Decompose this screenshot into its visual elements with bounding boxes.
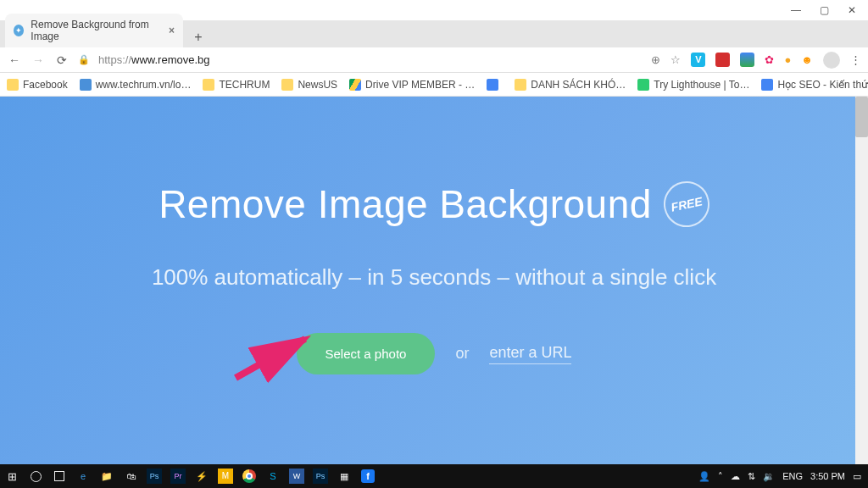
folder-icon [203, 79, 214, 91]
language-indicator[interactable]: ENG [782, 471, 803, 481]
free-badge: FREE [659, 177, 714, 231]
key-icon [515, 79, 526, 91]
lighthouse-icon [637, 79, 649, 91]
hero-subtitle: 100% automatically – in 5 seconds – with… [152, 264, 716, 291]
ext-vimeo-icon[interactable]: V [691, 53, 705, 67]
premiere-icon[interactable]: Pr [166, 464, 190, 488]
bookmarks-bar: Facebook www.techrum.vn/lo… TECHRUM News… [0, 73, 868, 97]
scrollbar[interactable] [855, 97, 868, 464]
gdrive-icon [349, 79, 361, 91]
browser-tab[interactable]: ✦ Remove Background from Image × [5, 14, 183, 47]
folder-icon [7, 79, 19, 91]
photoshop-icon[interactable]: Ps [142, 464, 166, 488]
scroll-thumb[interactable] [855, 97, 868, 137]
cortana-button[interactable] [24, 464, 47, 488]
ext-flower-icon[interactable]: ✿ [765, 53, 774, 66]
word-icon[interactable]: W [285, 464, 309, 488]
ext-face-icon[interactable]: ☻ [801, 53, 813, 66]
bookmark-item[interactable] [487, 79, 503, 91]
ext-lastpass-icon[interactable] [715, 53, 730, 67]
hero-title: Remove Image Background [159, 181, 652, 227]
tab-close-icon[interactable]: × [169, 25, 175, 36]
or-text: or [455, 345, 469, 363]
bookmark-item[interactable]: TECHRUM [203, 79, 270, 91]
tab-bar: ✦ Remove Background from Image × + [0, 20, 868, 47]
notifications-icon[interactable]: ▭ [853, 471, 861, 482]
tray-up-icon[interactable]: ˄ [718, 471, 723, 482]
url-field[interactable]: https://www.remove.bg [98, 53, 210, 66]
store-icon[interactable]: 🛍 [119, 464, 142, 488]
folder-icon [281, 79, 293, 91]
ext-calendar-icon[interactable] [740, 53, 754, 67]
chrome-menu-icon[interactable]: ⋮ [850, 53, 861, 66]
edge-icon[interactable]: e [71, 464, 95, 488]
bookmark-item[interactable]: Học SEO - Kiến thức… [761, 79, 868, 91]
address-bar: ← → ⟳ 🔒 https://www.remove.bg ⊕ ☆ V ✿ ● … [0, 47, 868, 73]
taskview-button[interactable] [47, 464, 71, 488]
system-tray: 👤 ˄ ☁ ⇅ 🔉 ENG 3:50 PM ▭ [698, 471, 868, 482]
forward-button[interactable]: → [31, 53, 46, 67]
bookmark-item[interactable]: Try Lighthouse | To… [637, 79, 749, 91]
url-host: www.remove.bg [131, 53, 209, 66]
lock-icon: 🔒 [78, 54, 90, 65]
extension-tray: ⊕ ☆ V ✿ ● ☻ ⋮ [651, 52, 861, 69]
people-icon[interactable]: 👤 [698, 471, 710, 482]
network-icon[interactable]: ⇅ [748, 471, 755, 482]
skype-icon[interactable]: S [261, 464, 285, 488]
url-prefix: https:// [98, 53, 131, 66]
sheets-icon[interactable]: ▦ [332, 464, 356, 488]
win-maximize-icon[interactable]: ▢ [820, 4, 829, 16]
taskbar: ⊞ e 📁 🛍 Ps Pr ⚡ M S W Ps ▦ f 👤 ˄ ☁ ⇅ 🔉 E… [0, 464, 868, 488]
zoom-icon[interactable]: ⊕ [651, 53, 660, 66]
win-minimize-icon[interactable]: — [791, 4, 801, 16]
start-button[interactable]: ⊞ [0, 464, 24, 488]
onedrive-icon[interactable]: ☁ [731, 471, 740, 482]
bookmark-item[interactable]: DANH SÁCH KHÓ… [515, 79, 626, 91]
ext-coin-icon[interactable]: ● [784, 53, 791, 66]
bookmark-star-icon[interactable]: ☆ [670, 53, 681, 66]
win-close-icon[interactable]: ✕ [848, 4, 856, 16]
clock[interactable]: 3:50 PM [810, 471, 845, 481]
gdoc-icon [487, 79, 498, 91]
tab-title: Remove Background from Image [31, 19, 162, 42]
maps-icon[interactable]: M [214, 464, 237, 488]
select-photo-button[interactable]: Select a photo [297, 333, 436, 374]
facebook-icon[interactable]: f [356, 464, 380, 488]
volume-icon[interactable]: 🔉 [763, 471, 775, 482]
back-button[interactable]: ← [7, 53, 22, 67]
bookmark-item[interactable]: Drive VIP MEMBER - … [349, 79, 475, 91]
reload-button[interactable]: ⟳ [54, 53, 70, 67]
gdoc-icon [761, 79, 773, 91]
new-tab-button[interactable]: + [188, 27, 209, 47]
tab-favicon-icon: ✦ [14, 25, 24, 36]
profile-avatar-icon[interactable] [823, 52, 840, 69]
bookmark-item[interactable]: www.techrum.vn/lo… [80, 79, 192, 91]
enter-url-link[interactable]: enter a URL [489, 344, 571, 364]
hero-section: Remove Image Background FREE 100% automa… [0, 97, 868, 464]
bookmark-item[interactable]: Facebook [7, 79, 68, 91]
globe-icon [80, 79, 92, 91]
explorer-icon[interactable]: 📁 [95, 464, 119, 488]
pycharm-icon[interactable]: ⚡ [190, 464, 214, 488]
ps2-icon[interactable]: Ps [309, 464, 332, 488]
chrome-icon[interactable] [237, 464, 261, 488]
bookmark-item[interactable]: NewsUS [281, 79, 337, 91]
